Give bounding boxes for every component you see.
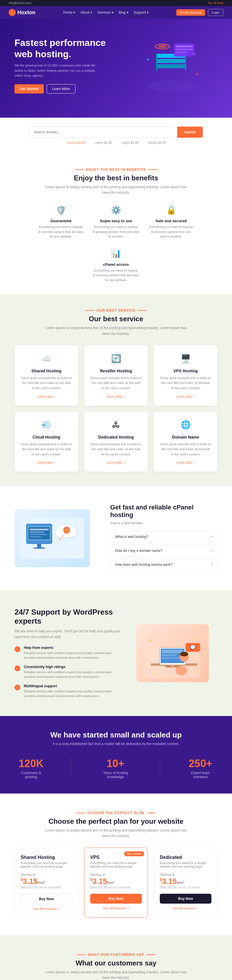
reseller-hosting-text: Some quick example text to build on the … (90, 375, 142, 391)
multilingual-icon: ✓ (14, 685, 20, 690)
vps-hosting-icon: 🖥️ (179, 352, 192, 365)
service-vps-hosting: 🖥️ VPS Hosting Some quick example text t… (154, 345, 218, 406)
cpanel-faq-text-2: How do I buy a domain name? (115, 549, 163, 553)
login-button[interactable]: Login (208, 9, 223, 16)
nav-about[interactable]: About ▾ (80, 10, 92, 14)
pricing-dedicated-subtitle: Everything you need for a simple website… (160, 861, 211, 868)
stats-title: We have started small and scaled up (14, 730, 218, 740)
pricing-section: CHOOSE THE PERFECT PLAN Choose the perfe… (0, 794, 232, 935)
shared-hosting-text: Some quick example text to build on the … (20, 375, 73, 391)
service-subtitle: Lorem ipsum is simply dummy text of the … (44, 325, 188, 336)
domain-name-icon: 🌐 (179, 418, 192, 431)
pricing-vps-buy-button[interactable]: Buy Now (90, 894, 142, 904)
service-title: Our best service (14, 315, 218, 323)
nav-services[interactable]: Services ▾ (98, 10, 114, 14)
shared-hosting-title: Shared Hosting (20, 369, 73, 373)
cloud-hosting-icon: 💨 (40, 418, 53, 431)
support-feature-experts-content: Help from experts Reliable service with … (24, 646, 122, 660)
benefit-cpanel-text: Everything you need to backup & recovery… (93, 268, 139, 283)
benefit-easy-title: Super easy to use (93, 219, 139, 223)
stat-experts: 250+ Expert team members (183, 757, 218, 779)
search-button[interactable]: Search (177, 127, 203, 138)
nav-blog[interactable]: Blog ▾ (118, 10, 128, 14)
service-dedicated-hosting: 🖧 Dedicated Hosting Some quick example t… (84, 412, 148, 472)
dedicated-hosting-link[interactable]: EXPLORE + (107, 461, 125, 465)
hero-section: Fastest performance web hosting. We the … (0, 19, 232, 118)
cloud-hosting-title: Cloud Hosting (20, 435, 73, 439)
pricing-vps-price: $3.15/mo* (90, 877, 142, 886)
svg-rect-36 (162, 650, 183, 653)
top-bar: info@hoxton.com Tel: 00 Deal (0, 0, 232, 6)
support-illustration-svg: 💬 ★ ★ ★ (139, 626, 206, 681)
ratings-icon: ✓ (14, 665, 20, 671)
brand-name: Hoxton (17, 10, 35, 16)
cpanel-faq-text-3: How does web hosting service work? (115, 563, 172, 567)
support-feature-multilingual: ✓ Multilingual support Reliable service … (14, 684, 122, 698)
hero-buttons: Get Started Learn More (14, 84, 125, 94)
pricing-title: Choose the perfect plan for your website (14, 817, 218, 826)
search-input[interactable] (29, 127, 177, 138)
testimonials-eyebrow-line-right (147, 955, 155, 955)
experts-icon: ✓ (14, 646, 20, 652)
vps-hosting-link[interactable]: EXPLORE + (177, 395, 194, 399)
pricing-dedicated-buy-button[interactable]: Buy Now (160, 894, 211, 904)
svg-text:★: ★ (194, 636, 197, 639)
svg-point-40 (175, 666, 187, 675)
cpanel-faq-1: What is web hosting? + (110, 531, 218, 542)
pricing-vps: New Starter VPS Everything you need for … (84, 848, 148, 918)
cloud-hosting-text: Some quick example text to build on the … (20, 442, 73, 457)
domain-name-link[interactable]: EXPLORE + (177, 461, 194, 465)
pricing-shared-subtitle: Everything you need for a simple website… (21, 861, 72, 868)
cpanel-faq-question-3[interactable]: How does web hosting service work? + (110, 559, 217, 570)
experts-title: Help from experts (24, 646, 122, 650)
hero-get-started-button[interactable]: Get Started (14, 84, 44, 94)
stats-divider-1 (71, 757, 71, 775)
svg-rect-38 (162, 657, 179, 659)
support-visual: 💬 ★ ★ ★ (136, 624, 218, 682)
pricing-shared-features-link[interactable]: See All Features + (21, 907, 72, 911)
benefit-secure: 🔒 Safe and secured Everything you need t… (148, 204, 194, 239)
pricing-vps-badge: New Starter (124, 851, 144, 856)
dedicated-hosting-text: Some quick example text to build on the … (90, 442, 142, 457)
eyebrow-line-right (148, 169, 157, 170)
create-account-button[interactable]: Create Account (176, 9, 205, 16)
reseller-hosting-link[interactable]: EXPLORE + (107, 395, 125, 399)
service-eyebrow: OUR BEST SERVICE (14, 309, 218, 313)
cpanel-faq-question-1[interactable]: What is web hosting? + (110, 531, 217, 542)
support-content: 24/7 Support by WordPress experts We are… (14, 608, 122, 698)
pricing-vps-features-link[interactable]: See All Features + (90, 907, 142, 910)
nav-support[interactable]: Support ▾ (134, 10, 148, 14)
stats-section: We have started small and scaled up It i… (0, 716, 232, 794)
stat-years-number: 10+ (94, 757, 137, 770)
pricing-dedicated-features-link[interactable]: See All Features + (160, 907, 211, 910)
svg-rect-21 (30, 534, 47, 535)
svg-rect-20 (30, 531, 44, 533)
faq-plus-icon-1: + (210, 535, 213, 539)
hero-learn-more-button[interactable]: Learn More (47, 84, 76, 94)
stat-customers: 120K Customers & growing (14, 757, 47, 779)
nav-brand[interactable]: Hoxton (9, 9, 35, 16)
cloud-hosting-link[interactable]: EXPLORE + (38, 461, 55, 465)
search-tab-info[interactable]: .info/yr $4.95 (147, 141, 166, 144)
search-tab-com[interactable]: .com/yr $1.95 (66, 141, 85, 144)
svg-rect-22 (30, 536, 41, 537)
pricing-dedicated: Dedicated Everything you need for a simp… (154, 848, 218, 918)
pricing-shared-buy-button[interactable]: Buy Now (21, 894, 72, 904)
domain-name-title: Domain Name (159, 435, 212, 439)
testimonials-eyebrow-line-left (77, 955, 85, 955)
search-tab-net[interactable]: .net/yr $2.95 (94, 141, 112, 144)
stat-experts-label: Expert team members (183, 771, 218, 779)
benefit-guaranteed-icon: 🛡️ (55, 204, 67, 216)
shared-hosting-link[interactable]: EXPLORE + (38, 395, 55, 399)
nav-home[interactable]: Home ▾ (63, 10, 75, 14)
benefit-guaranteed: 🛡️ Guaranteed Everything you need to bac… (38, 204, 84, 239)
cpanel-faq-question-2[interactable]: How do I buy a domain name? + (110, 545, 217, 556)
eyebrow-line-left (75, 169, 84, 170)
testimonials-section: WHAT OUR CUSTOMERS SAY What our customer… (0, 935, 232, 980)
testimonials-subtitle: Lorem ipsum is simply dummy text of the … (44, 970, 188, 980)
cpanel-illustration-svg: 🔒 (17, 512, 87, 564)
search-tab-org[interactable]: .org/yr $3.95 (121, 141, 139, 144)
support-feature-experts: ✓ Help from experts Reliable service wit… (14, 646, 122, 660)
service-reseller-hosting: 🔄 Reseller Hosting Some quick example te… (84, 345, 148, 406)
benefit-cpanel-icon: 📊 (110, 248, 122, 259)
